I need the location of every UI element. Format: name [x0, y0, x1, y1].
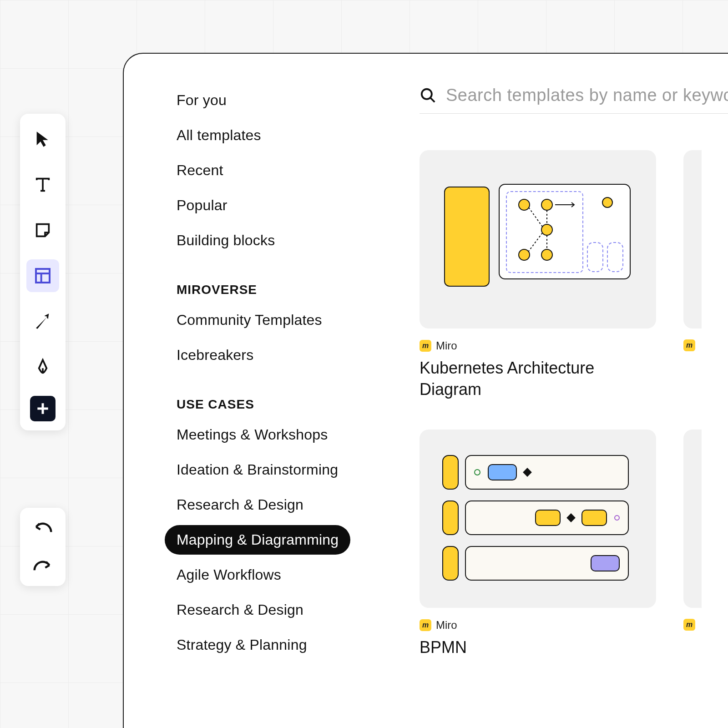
svg-point-2 [519, 199, 530, 210]
tool-text[interactable] [26, 168, 59, 201]
undo-icon [33, 521, 53, 535]
templates-content: m Miro Kubernetes Architecture Diagram m [401, 86, 728, 728]
tool-add[interactable] [30, 396, 56, 421]
svg-rect-0 [36, 269, 50, 283]
template-thumbnail [420, 150, 656, 329]
svg-point-1 [422, 89, 432, 99]
miro-logo-icon: m [683, 619, 695, 631]
pen-icon [34, 358, 52, 376]
sidebar-item-icebreakers[interactable]: Icebreakers [165, 340, 265, 370]
sidebar-section-miroverse: MIROVERSE [165, 261, 401, 305]
templates-grid: m Miro BPMN m [420, 430, 728, 658]
left-toolbar [20, 114, 66, 430]
cursor-icon [34, 130, 52, 148]
sidebar-item-for-you[interactable]: For you [165, 86, 238, 115]
tool-sticky-note[interactable] [26, 214, 59, 247]
search-bar [420, 86, 728, 114]
redo-icon [33, 559, 53, 573]
svg-point-5 [519, 249, 530, 260]
redo-button[interactable] [30, 557, 56, 575]
templates-panel: For you All templates Recent Popular Bui… [123, 53, 728, 728]
sidebar-item-agile-workflows[interactable]: Agile Workflows [165, 560, 293, 590]
text-icon [34, 176, 52, 194]
sidebar-item-building-blocks[interactable]: Building blocks [165, 226, 287, 255]
sidebar-item-popular[interactable]: Popular [165, 191, 239, 220]
svg-point-3 [541, 199, 552, 210]
templates-sidebar: For you All templates Recent Popular Bui… [165, 86, 401, 728]
sidebar-item-mapping-diagramming[interactable]: Mapping & Diagramming [165, 525, 350, 555]
sidebar-section-use-cases: USE CASES [165, 375, 401, 420]
template-author: m [683, 619, 702, 631]
template-author: m Miro [420, 619, 656, 632]
sidebar-item-research-design-2[interactable]: Research & Design [165, 595, 315, 625]
sidebar-item-ideation-brainstorming[interactable]: Ideation & Brainstorming [165, 455, 350, 485]
author-name: Miro [436, 619, 457, 632]
sidebar-item-recent[interactable]: Recent [165, 156, 235, 185]
miro-logo-icon: m [420, 619, 431, 631]
sidebar-item-strategy-planning[interactable]: Strategy & Planning [165, 630, 319, 660]
tool-pen[interactable] [26, 350, 59, 383]
arrow-icon [34, 312, 52, 330]
template-card[interactable]: m Miro BPMN [420, 430, 656, 658]
template-thumbnail [420, 430, 656, 608]
template-card-partial[interactable]: m [683, 150, 702, 400]
template-thumbnail [683, 150, 702, 329]
template-author: m Miro [420, 339, 656, 352]
svg-point-7 [602, 197, 612, 207]
miro-logo-icon: m [420, 340, 431, 352]
template-title: BPMN [420, 637, 656, 658]
sidebar-item-all-templates[interactable]: All templates [165, 121, 273, 150]
sidebar-item-meetings-workshops[interactable]: Meetings & Workshops [165, 420, 339, 450]
sidebar-item-community-templates[interactable]: Community Templates [165, 305, 334, 335]
template-thumbnail [683, 430, 702, 608]
sticky-note-icon [34, 221, 52, 239]
tool-arrow[interactable] [26, 305, 59, 338]
search-input[interactable] [446, 86, 728, 105]
svg-point-4 [541, 224, 552, 235]
tool-select[interactable] [26, 123, 59, 156]
diagram-nodes-icon [506, 191, 583, 273]
plus-icon [34, 399, 52, 418]
template-card[interactable]: m Miro Kubernetes Architecture Diagram [420, 150, 656, 400]
templates-grid: m Miro Kubernetes Architecture Diagram m [420, 150, 728, 400]
undo-redo-toolbar [20, 508, 66, 586]
sidebar-item-research-design-1[interactable]: Research & Design [165, 490, 315, 520]
templates-icon [34, 267, 52, 285]
node-icon [602, 197, 613, 208]
template-title: Kubernetes Architecture Diagram [420, 358, 656, 400]
template-card-partial[interactable]: m [683, 430, 702, 658]
author-name: Miro [436, 339, 457, 352]
template-author: m [683, 339, 702, 351]
miro-logo-icon: m [683, 339, 695, 351]
undo-button[interactable] [30, 519, 56, 537]
search-icon [420, 87, 437, 104]
tool-templates[interactable] [26, 259, 59, 292]
svg-point-6 [541, 249, 552, 260]
